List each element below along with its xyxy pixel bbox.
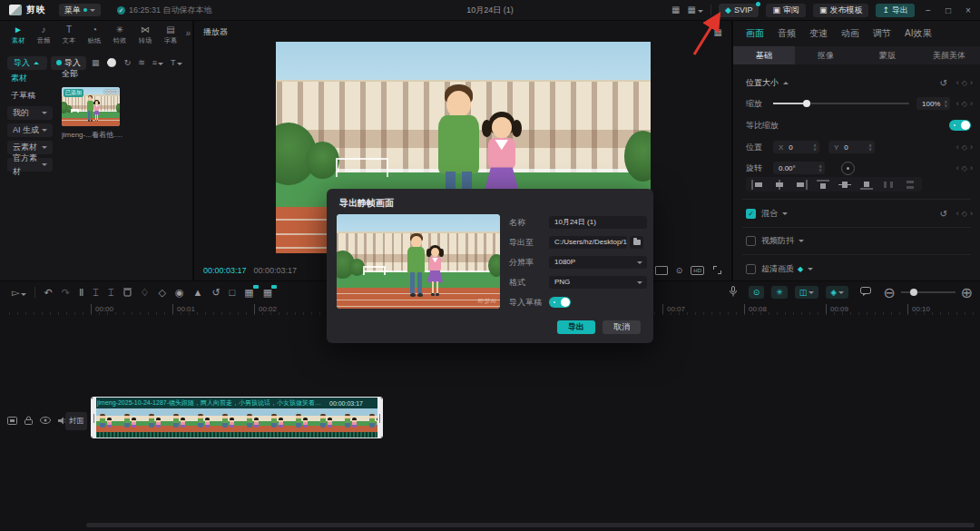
tab-media[interactable]: ►素材 [5, 25, 31, 45]
tab-text[interactable]: T文本 [56, 25, 82, 45]
sidebar-item-material[interactable]: 素材 [7, 72, 53, 85]
blend-checkbox[interactable]: ✓ [746, 209, 756, 219]
preview-axis-button[interactable]: ◫ [795, 286, 819, 299]
lock-track-icon[interactable] [24, 416, 33, 427]
select-tool-icon[interactable]: ▻ [7, 287, 31, 299]
delete-icon[interactable] [119, 287, 136, 299]
dialog-export-button[interactable]: 导出 [557, 320, 595, 334]
blend-label[interactable]: 混合 [761, 208, 778, 220]
keyframe-controls[interactable]: ‹◇› [956, 163, 973, 172]
subtab-mask[interactable]: 蒙版 [857, 46, 918, 64]
delete-right-icon[interactable]: ⌶ [103, 287, 119, 299]
align-top-icon[interactable] [815, 179, 831, 190]
import-draft-toggle[interactable] [549, 297, 571, 308]
section-position-size[interactable]: 位置大小 [746, 77, 779, 89]
stepper-icon[interactable]: ∧∨ [813, 143, 817, 151]
timeline-zoom-slider[interactable] [901, 291, 956, 293]
uhd-label[interactable]: 超清画质 [761, 263, 794, 275]
svip-button[interactable]: ◆ SVIP [719, 4, 759, 17]
tab-transitions[interactable]: ⋈转场 [132, 25, 158, 45]
position-x-field[interactable]: X 0 ∧∨ [773, 141, 819, 153]
subtab-cutout[interactable]: 抠像 [795, 46, 857, 64]
mask-icon[interactable]: ♢ [136, 287, 154, 299]
position-y-field[interactable]: Y 0 ∧∨ [828, 141, 875, 153]
smart-edit-icon[interactable]: ▦ [240, 287, 258, 299]
reset-icon[interactable]: ↺ [939, 78, 946, 88]
linkage-button[interactable]: ✳ [771, 286, 788, 299]
expand-tabs-icon[interactable]: » [185, 25, 191, 38]
tab-ai-effects[interactable]: AI效果 [905, 27, 931, 40]
auto-caption-icon[interactable]: ▦ [259, 287, 277, 299]
align-bottom-icon[interactable] [858, 179, 875, 190]
clip-trim-handle-right[interactable] [377, 398, 382, 438]
reset-icon[interactable]: ↺ [939, 209, 946, 219]
tab-sticker[interactable]: ◔贴纸 [82, 25, 107, 45]
keyframe-add-icon[interactable]: ◇ [153, 287, 170, 299]
player-layout-icon[interactable]: ▦ [714, 27, 722, 37]
redo-icon[interactable]: ↷ [57, 287, 74, 299]
format-select[interactable]: PNG [549, 276, 647, 289]
align-center-v-icon[interactable] [837, 179, 853, 190]
tab-animation[interactable]: 动画 [841, 27, 859, 40]
comment-icon[interactable] [856, 287, 876, 298]
subtab-basic[interactable]: 基础 [733, 46, 795, 64]
zoom-out-icon[interactable]: ⊖ [883, 284, 895, 301]
export-button[interactable]: ↥ 导出 [876, 4, 915, 17]
scale-slider[interactable] [773, 103, 909, 104]
auto-ripple-button[interactable]: ◈ [826, 286, 848, 299]
stepper-icon[interactable]: ∧∨ [868, 143, 872, 151]
crop-icon[interactable]: □ [225, 287, 240, 298]
resolution-select[interactable]: 1080P [549, 256, 647, 269]
stabilize-checkbox[interactable] [746, 236, 756, 246]
layout-switch-icon[interactable]: ▦ [688, 5, 703, 15]
keyframe-controls[interactable]: ‹◇› [956, 143, 973, 152]
stepper-icon[interactable]: ∧∨ [818, 164, 822, 172]
publish-template-button[interactable]: ▣ 发布模板 [813, 4, 869, 17]
scale-value-box[interactable]: 100% ∧∨ [916, 97, 950, 110]
subtab-beauty[interactable]: 美颜美体 [918, 46, 980, 64]
align-center-h-icon[interactable] [771, 179, 788, 190]
browse-folder-button[interactable] [630, 236, 643, 249]
align-right-icon[interactable] [793, 179, 809, 190]
layout-compact-icon[interactable]: ▦ [671, 5, 680, 15]
review-button[interactable]: ▣ 审阅 [766, 4, 806, 17]
viewfinder-icon[interactable]: ⊙ [676, 266, 683, 275]
keyframe-controls[interactable]: ‹◇› [956, 209, 973, 218]
maximize-button[interactable]: □ [942, 5, 955, 15]
collapse-icon[interactable] [783, 82, 789, 84]
align-left-icon[interactable] [750, 179, 766, 190]
fullscreen-icon[interactable] [712, 265, 722, 275]
dialog-cancel-button[interactable]: 取消 [603, 320, 641, 334]
stepper-icon[interactable]: ∧∨ [944, 100, 947, 107]
keyframe-controls[interactable]: ‹◇› [956, 78, 973, 87]
track-toggle-icon[interactable] [7, 417, 17, 427]
magnet-snap-button[interactable]: ⊙ [749, 286, 765, 299]
freeze-frame-icon[interactable]: ◉ [171, 287, 189, 299]
undo-icon[interactable]: ↶ [39, 287, 56, 299]
filter-all-label[interactable]: 全部 [62, 68, 189, 80]
export-path-input[interactable]: C:/Users/hz/Desktop/10... [549, 236, 627, 249]
tab-audio[interactable]: ♪音频 [31, 25, 56, 45]
horizontal-scrollbar[interactable] [86, 523, 975, 527]
rotate-field[interactable]: 0.00° ∧∨ [773, 162, 825, 174]
clip-trim-handle-left[interactable] [92, 398, 96, 438]
split-icon[interactable]: Ⅱ [74, 287, 88, 299]
delete-left-icon[interactable]: ⌶ [88, 287, 103, 299]
tab-speed[interactable]: 变速 [809, 27, 828, 40]
aspect-ratio-icon[interactable] [655, 266, 668, 275]
mirror-icon[interactable]: ▲ [189, 287, 208, 298]
distribute-h-icon[interactable] [880, 179, 897, 190]
sidebar-item-mine[interactable]: 我的 [7, 106, 53, 120]
menu-button[interactable]: 菜单 [59, 4, 101, 16]
minimize-button[interactable]: − [922, 5, 935, 15]
uhd-checkbox[interactable] [746, 264, 756, 274]
video-clip[interactable]: jimeng-2025-10-24-1287-镜头跟随，两人向前走，小男孩说话，… [91, 397, 383, 438]
quality-hd-icon[interactable]: HD [691, 266, 704, 275]
distribute-v-icon[interactable] [902, 179, 918, 190]
stabilize-label[interactable]: 视频防抖 [761, 235, 794, 247]
tab-audio-props[interactable]: 音频 [778, 27, 796, 40]
hide-track-icon[interactable] [40, 417, 51, 426]
tab-effects[interactable]: ✳特效 [107, 25, 132, 45]
zoom-in-icon[interactable]: ⊕ [961, 284, 973, 301]
cover-button[interactable]: 封面 [65, 412, 87, 430]
